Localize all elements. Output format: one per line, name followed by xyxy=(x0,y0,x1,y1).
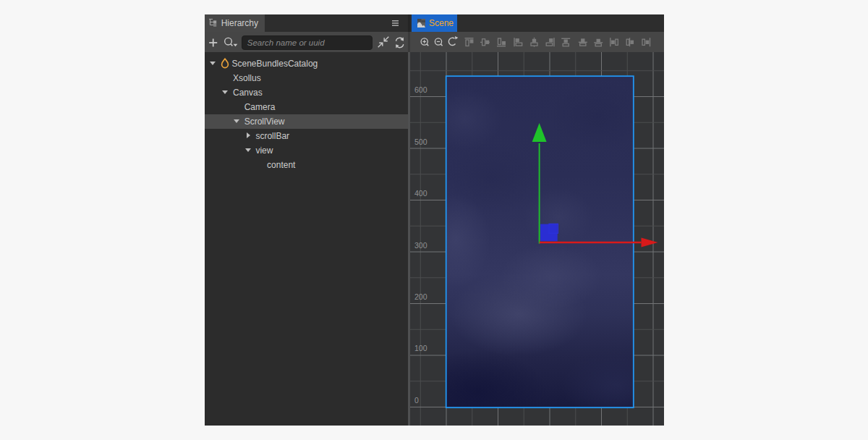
svg-text:100: 100 xyxy=(414,344,427,352)
svg-text:500: 500 xyxy=(414,138,427,146)
svg-text:200: 200 xyxy=(414,292,427,301)
svg-text:300: 300 xyxy=(414,241,427,250)
svg-text:600: 600 xyxy=(414,85,427,94)
svg-text:0: 0 xyxy=(414,396,419,405)
svg-text:400: 400 xyxy=(414,189,427,198)
